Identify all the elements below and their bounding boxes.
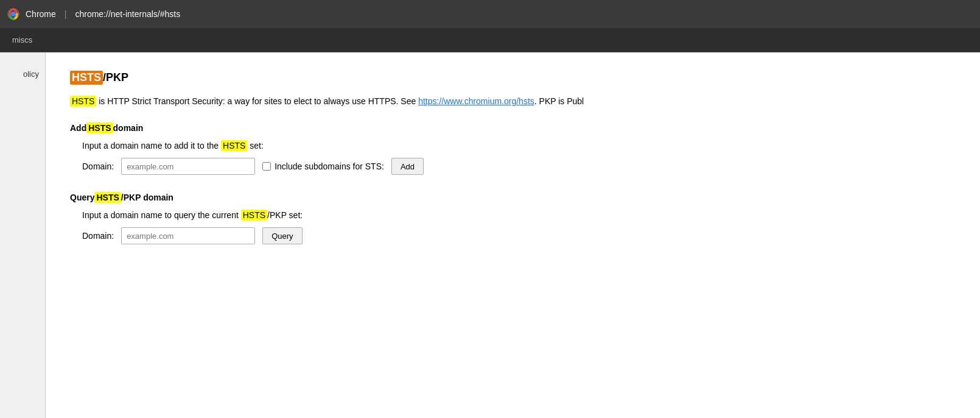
include-subdomains-label: Include subdomains for STS: <box>262 161 384 171</box>
desc-text-post: . PKP is Publ <box>534 96 584 106</box>
main-layout: olicy HSTS/PKP HSTS is HTTP Strict Trans… <box>0 52 980 418</box>
content-area: HSTS/PKP HSTS is HTTP Strict Transport S… <box>46 52 980 418</box>
query-button[interactable]: Query <box>262 227 302 244</box>
svg-point-1 <box>11 12 16 16</box>
desc-text-pre: is HTTP Strict Transport Security: a way… <box>96 96 418 106</box>
chrome-logo-icon <box>7 8 19 20</box>
add-form-row: Domain: Include subdomains for STS: Add <box>82 158 956 175</box>
nav-item-miscs[interactable]: miscs <box>7 33 37 47</box>
nav-bar: miscs <box>0 28 980 52</box>
add-domain-label: Domain: <box>82 161 114 171</box>
query-section-heading: Query HSTS/PKP domain <box>70 192 956 203</box>
query-domain-label: Domain: <box>82 231 114 241</box>
title-divider: | <box>65 9 67 19</box>
hsts-title-highlight: HSTS <box>70 71 103 85</box>
add-button[interactable]: Add <box>391 158 424 175</box>
section-heading: HSTS/PKP <box>70 71 956 85</box>
chromium-link[interactable]: https://www.chromium.org/hsts <box>418 96 534 106</box>
add-heading-post: domain <box>113 123 144 133</box>
add-section-desc: Input a domain name to add it to the HST… <box>82 141 956 151</box>
query-heading-hsts: HSTS <box>94 192 121 203</box>
query-section-desc: Input a domain name to query the current… <box>82 210 956 220</box>
query-heading-pre: Query <box>70 193 94 202</box>
pkp-title: /PKP <box>103 71 128 84</box>
query-form-row: Domain: Query <box>82 227 956 244</box>
add-hsts-section: Add HSTS domain Input a domain name to a… <box>70 122 956 175</box>
sidebar: olicy <box>0 52 46 418</box>
query-heading-post: /PKP domain <box>121 193 173 202</box>
query-desc-pre: Input a domain name to query the current <box>82 210 241 220</box>
add-desc-pre: Input a domain name to add it to the <box>82 141 221 151</box>
add-heading-pre: Add <box>70 123 86 133</box>
title-bar: Chrome | chrome://net-internals/#hsts <box>0 0 980 28</box>
sidebar-policy-item[interactable]: olicy <box>0 65 45 83</box>
add-desc-post: set: <box>247 141 263 151</box>
query-hsts-section: Query HSTS/PKP domain Input a domain nam… <box>70 192 956 244</box>
query-domain-input[interactable] <box>121 227 255 244</box>
hsts-desc-highlight: HSTS <box>70 96 96 107</box>
query-desc-post: /PKP set: <box>267 210 303 220</box>
include-subdomains-checkbox[interactable] <box>262 162 271 171</box>
query-desc-hsts: HSTS <box>241 210 267 221</box>
section-description: HSTS is HTTP Strict Transport Security: … <box>70 94 956 108</box>
add-desc-hsts: HSTS <box>221 140 247 151</box>
app-name: Chrome <box>26 9 56 19</box>
browser-url[interactable]: chrome://net-internals/#hsts <box>75 9 180 19</box>
add-domain-input[interactable] <box>121 158 255 175</box>
add-section-heading: Add HSTS domain <box>70 122 956 133</box>
add-heading-hsts: HSTS <box>86 122 113 133</box>
